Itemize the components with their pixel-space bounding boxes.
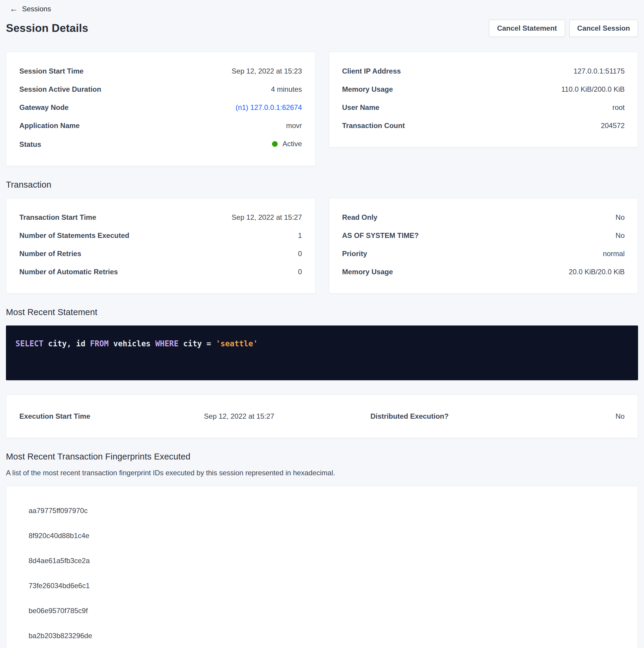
status-row: Status Active	[19, 140, 302, 149]
back-arrow-icon: ←	[9, 5, 18, 13]
sql-segment-table: vehicles	[109, 339, 155, 348]
execution-start-time-value: Sep 12, 2022 at 15:27	[204, 412, 370, 421]
fingerprints-card: aa79775ff097970c 8f920c40d88b1c4e 8d4ae6…	[6, 486, 638, 648]
user-name-label: User Name	[342, 103, 379, 112]
session-memory-value: 110.0 KiB/200.0 KiB	[561, 85, 625, 94]
fingerprints-section-heading: Most Recent Transaction Fingerprints Exe…	[6, 452, 638, 462]
statement-section-heading: Most Recent Statement	[6, 307, 638, 317]
fingerprint-item: 8f920c40d88b1c4e	[28, 532, 625, 540]
session-start-time-value: Sep 12, 2022 at 15:23	[232, 67, 302, 75]
session-start-time-label: Session Start Time	[19, 67, 83, 75]
client-ip-label: Client IP Address	[342, 67, 401, 75]
read-only-value: No	[616, 213, 625, 222]
transaction-count-row: Transaction Count 204572	[342, 121, 625, 130]
retries-label: Number of Retries	[19, 250, 81, 258]
client-ip-row: Client IP Address 127.0.0.1:51175	[342, 67, 625, 75]
session-memory-label: Memory Usage	[342, 85, 393, 94]
sql-keyword-from: FROM	[90, 339, 109, 348]
sql-string-literal: 'seattle'	[216, 339, 258, 348]
cancel-session-button[interactable]: Cancel Session	[569, 20, 638, 37]
sql-segment-condition: city =	[179, 339, 216, 348]
transaction-section-heading: Transaction	[6, 180, 638, 190]
distributed-execution-label: Distributed Execution?	[370, 412, 510, 421]
gateway-node-link[interactable]: (n1) 127.0.0.1:62674	[236, 103, 302, 112]
status-badge: Active	[272, 140, 302, 148]
txn-start-time-value: Sep 12, 2022 at 15:27	[232, 213, 302, 222]
transaction-props-card: Read Only No AS OF SYSTEM TIME? No Prior…	[329, 198, 638, 293]
execution-start-time-label: Execution Start Time	[19, 412, 204, 421]
session-duration-label: Session Active Duration	[19, 85, 101, 94]
status-active-dot-icon	[272, 141, 278, 147]
transaction-stats-card: Transaction Start Time Sep 12, 2022 at 1…	[6, 198, 315, 293]
cancel-statement-button[interactable]: Cancel Statement	[489, 20, 565, 37]
header-actions: Cancel Statement Cancel Session	[489, 20, 638, 37]
auto-retries-label: Number of Automatic Retries	[19, 268, 118, 276]
priority-row: Priority normal	[342, 250, 625, 258]
application-name-row: Application Name movr	[19, 121, 302, 130]
distributed-execution-value: No	[510, 412, 625, 421]
user-name-row: User Name root	[342, 103, 625, 112]
retries-value: 0	[298, 250, 302, 258]
sql-keyword-where: WHERE	[155, 339, 179, 348]
fingerprint-item: be06e9570f785c9f	[28, 607, 625, 615]
back-link-label: Sessions	[22, 5, 51, 13]
application-name-value: movr	[286, 121, 302, 130]
auto-retries-value: 0	[298, 268, 302, 276]
txn-start-time-label: Transaction Start Time	[19, 213, 96, 222]
statements-executed-row: Number of Statements Executed 1	[19, 231, 302, 240]
transaction-count-value: 204572	[601, 121, 625, 130]
gateway-node-label: Gateway Node	[19, 103, 68, 112]
fingerprint-item: 73fe26034bd6e6c1	[28, 582, 625, 590]
txn-memory-row: Memory Usage 20.0 KiB/20.0 KiB	[342, 268, 625, 276]
client-info-card: Client IP Address 127.0.0.1:51175 Memory…	[329, 52, 638, 147]
sql-keyword-select: SELECT	[15, 339, 44, 348]
priority-label: Priority	[342, 250, 367, 258]
session-duration-value: 4 minutes	[271, 85, 302, 94]
transaction-section: Transaction Start Time Sep 12, 2022 at 1…	[6, 198, 638, 293]
as-of-system-time-value: No	[616, 231, 625, 240]
breadcrumb: ← Sessions	[6, 0, 638, 13]
statements-executed-label: Number of Statements Executed	[19, 231, 129, 240]
status-value: Active	[282, 140, 302, 148]
execution-summary-card: Execution Start Time Sep 12, 2022 at 15:…	[6, 394, 638, 438]
session-start-time-row: Session Start Time Sep 12, 2022 at 15:23	[19, 67, 302, 75]
status-label: Status	[19, 140, 41, 149]
gateway-node-row: Gateway Node (n1) 127.0.0.1:62674	[19, 103, 302, 112]
fingerprint-item: aa79775ff097970c	[28, 506, 625, 515]
as-of-system-time-row: AS OF SYSTEM TIME? No	[342, 231, 625, 240]
txn-start-time-row: Transaction Start Time Sep 12, 2022 at 1…	[19, 213, 302, 222]
page-title: Session Details	[6, 22, 89, 35]
statements-executed-value: 1	[298, 231, 302, 240]
txn-memory-label: Memory Usage	[342, 268, 393, 276]
priority-value: normal	[603, 250, 625, 258]
application-name-label: Application Name	[19, 121, 80, 130]
sql-segment-columns: city, id	[44, 339, 90, 348]
retries-row: Number of Retries 0	[19, 250, 302, 258]
sql-statement-box: SELECT city, id FROM vehicles WHERE city…	[6, 325, 638, 380]
session-info-card: Session Start Time Sep 12, 2022 at 15:23…	[6, 52, 315, 166]
session-summary-section: Session Start Time Sep 12, 2022 at 15:23…	[6, 52, 638, 166]
transaction-count-label: Transaction Count	[342, 121, 405, 130]
session-memory-row: Memory Usage 110.0 KiB/200.0 KiB	[342, 85, 625, 94]
fingerprint-item: ba2b203b823296de	[28, 632, 625, 640]
read-only-label: Read Only	[342, 213, 378, 222]
page-header: Session Details Cancel Statement Cancel …	[6, 20, 638, 37]
fingerprint-item: 8d4ae61a5fb3ce2a	[28, 556, 625, 565]
read-only-row: Read Only No	[342, 213, 625, 222]
back-to-sessions-link[interactable]: ← Sessions	[9, 5, 51, 13]
fingerprints-description: A list of the most recent transaction fi…	[6, 469, 638, 477]
as-of-system-time-label: AS OF SYSTEM TIME?	[342, 231, 419, 240]
session-details-page: ← Sessions Session Details Cancel Statem…	[0, 0, 644, 648]
txn-memory-value: 20.0 KiB/20.0 KiB	[569, 268, 625, 276]
auto-retries-row: Number of Automatic Retries 0	[19, 268, 302, 276]
session-duration-row: Session Active Duration 4 minutes	[19, 85, 302, 94]
user-name-value: root	[612, 103, 625, 112]
client-ip-value: 127.0.0.1:51175	[574, 67, 625, 75]
